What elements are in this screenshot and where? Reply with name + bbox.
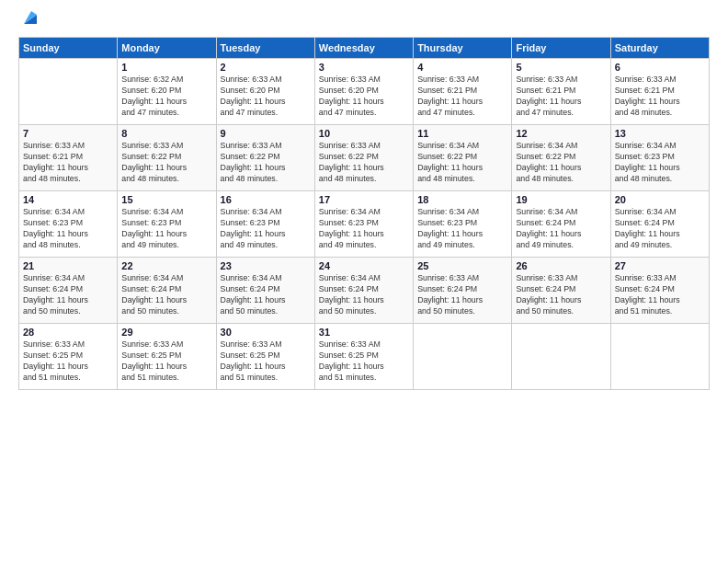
day-number: 7 — [23, 128, 113, 139]
day-info: Sunrise: 6:33 AM Sunset: 6:22 PM Dayligh… — [319, 141, 409, 185]
day-number: 19 — [516, 194, 606, 205]
calendar-cell: 21Sunrise: 6:34 AM Sunset: 6:24 PM Dayli… — [19, 258, 118, 324]
day-info: Sunrise: 6:33 AM Sunset: 6:20 PM Dayligh… — [221, 75, 311, 119]
calendar-header-row: SundayMondayTuesdayWednesdayThursdayFrid… — [19, 38, 710, 59]
day-info: Sunrise: 6:33 AM Sunset: 6:25 PM Dayligh… — [23, 339, 113, 384]
calendar-cell: 3Sunrise: 6:33 AM Sunset: 6:20 PM Daylig… — [314, 59, 413, 125]
calendar-week-4: 21Sunrise: 6:34 AM Sunset: 6:24 PM Dayli… — [19, 258, 710, 324]
day-number: 11 — [417, 128, 507, 139]
day-info: Sunrise: 6:33 AM Sunset: 6:20 PM Dayligh… — [319, 75, 409, 119]
calendar-cell: 9Sunrise: 6:33 AM Sunset: 6:22 PM Daylig… — [216, 125, 314, 191]
day-number: 30 — [221, 327, 311, 338]
day-number: 15 — [121, 194, 211, 205]
day-number: 21 — [23, 260, 113, 271]
day-info: Sunrise: 6:34 AM Sunset: 6:23 PM Dayligh… — [319, 207, 409, 251]
calendar-header-monday: Monday — [118, 38, 216, 59]
calendar-header-wednesday: Wednesday — [314, 38, 413, 59]
calendar-cell — [414, 324, 512, 390]
calendar-cell: 23Sunrise: 6:34 AM Sunset: 6:24 PM Dayli… — [216, 258, 314, 324]
day-number: 28 — [23, 327, 113, 338]
day-info: Sunrise: 6:34 AM Sunset: 6:23 PM Dayligh… — [23, 207, 113, 251]
calendar-header-friday: Friday — [512, 38, 610, 59]
calendar-cell: 15Sunrise: 6:34 AM Sunset: 6:23 PM Dayli… — [118, 191, 216, 258]
calendar-header-thursday: Thursday — [414, 38, 512, 59]
calendar-table: SundayMondayTuesdayWednesdayThursdayFrid… — [18, 37, 710, 390]
day-info: Sunrise: 6:33 AM Sunset: 6:21 PM Dayligh… — [23, 141, 113, 185]
calendar-cell: 11Sunrise: 6:34 AM Sunset: 6:22 PM Dayli… — [414, 125, 512, 191]
calendar-week-3: 14Sunrise: 6:34 AM Sunset: 6:23 PM Dayli… — [19, 191, 710, 258]
day-number: 13 — [615, 128, 705, 139]
calendar-cell: 1Sunrise: 6:32 AM Sunset: 6:20 PM Daylig… — [118, 59, 216, 125]
day-number: 8 — [121, 128, 211, 139]
day-info: Sunrise: 6:34 AM Sunset: 6:23 PM Dayligh… — [615, 141, 705, 185]
calendar-cell: 12Sunrise: 6:34 AM Sunset: 6:22 PM Dayli… — [512, 125, 610, 191]
calendar-cell: 10Sunrise: 6:33 AM Sunset: 6:22 PM Dayli… — [314, 125, 413, 191]
day-number: 16 — [221, 194, 311, 205]
calendar-cell — [19, 59, 118, 125]
day-number: 26 — [516, 260, 606, 271]
calendar-cell: 24Sunrise: 6:34 AM Sunset: 6:24 PM Dayli… — [314, 258, 413, 324]
calendar-cell: 5Sunrise: 6:33 AM Sunset: 6:21 PM Daylig… — [512, 59, 610, 125]
day-number: 14 — [23, 194, 113, 205]
calendar-cell: 27Sunrise: 6:33 AM Sunset: 6:24 PM Dayli… — [610, 258, 709, 324]
day-info: Sunrise: 6:33 AM Sunset: 6:25 PM Dayligh… — [221, 339, 311, 384]
calendar-header-tuesday: Tuesday — [216, 38, 314, 59]
day-number: 25 — [417, 260, 507, 271]
calendar-cell — [610, 324, 709, 390]
day-number: 12 — [516, 128, 606, 139]
day-number: 3 — [319, 62, 409, 73]
calendar-cell: 18Sunrise: 6:34 AM Sunset: 6:23 PM Dayli… — [414, 191, 512, 258]
day-info: Sunrise: 6:34 AM Sunset: 6:24 PM Dayligh… — [221, 273, 311, 317]
day-info: Sunrise: 6:33 AM Sunset: 6:22 PM Dayligh… — [121, 141, 211, 185]
calendar-cell: 7Sunrise: 6:33 AM Sunset: 6:21 PM Daylig… — [19, 125, 118, 191]
day-info: Sunrise: 6:34 AM Sunset: 6:24 PM Dayligh… — [516, 207, 606, 251]
day-number: 6 — [615, 62, 705, 73]
calendar-week-2: 7Sunrise: 6:33 AM Sunset: 6:21 PM Daylig… — [19, 125, 710, 191]
day-info: Sunrise: 6:34 AM Sunset: 6:22 PM Dayligh… — [516, 141, 606, 185]
calendar-week-5: 28Sunrise: 6:33 AM Sunset: 6:25 PM Dayli… — [19, 324, 710, 390]
logo — [18, 17, 40, 28]
day-number: 24 — [319, 260, 409, 271]
day-info: Sunrise: 6:34 AM Sunset: 6:23 PM Dayligh… — [221, 207, 311, 251]
calendar-page: SundayMondayTuesdayWednesdayThursdayFrid… — [0, 0, 728, 563]
day-info: Sunrise: 6:33 AM Sunset: 6:24 PM Dayligh… — [516, 273, 606, 317]
day-number: 20 — [615, 194, 705, 205]
day-info: Sunrise: 6:33 AM Sunset: 6:21 PM Dayligh… — [417, 75, 507, 119]
calendar-cell: 28Sunrise: 6:33 AM Sunset: 6:25 PM Dayli… — [19, 324, 118, 390]
calendar-cell: 14Sunrise: 6:34 AM Sunset: 6:23 PM Dayli… — [19, 191, 118, 258]
calendar-cell: 13Sunrise: 6:34 AM Sunset: 6:23 PM Dayli… — [610, 125, 709, 191]
day-info: Sunrise: 6:32 AM Sunset: 6:20 PM Dayligh… — [121, 75, 211, 119]
day-info: Sunrise: 6:34 AM Sunset: 6:24 PM Dayligh… — [615, 207, 705, 251]
logo-icon — [20, 7, 40, 28]
calendar-week-1: 1Sunrise: 6:32 AM Sunset: 6:20 PM Daylig… — [19, 59, 710, 125]
day-info: Sunrise: 6:34 AM Sunset: 6:23 PM Dayligh… — [121, 207, 211, 251]
calendar-cell — [512, 324, 610, 390]
day-number: 18 — [417, 194, 507, 205]
page-header — [18, 17, 710, 28]
calendar-cell: 6Sunrise: 6:33 AM Sunset: 6:21 PM Daylig… — [610, 59, 709, 125]
day-number: 31 — [319, 327, 409, 338]
day-number: 5 — [516, 62, 606, 73]
day-info: Sunrise: 6:34 AM Sunset: 6:22 PM Dayligh… — [417, 141, 507, 185]
day-info: Sunrise: 6:34 AM Sunset: 6:23 PM Dayligh… — [417, 207, 507, 251]
calendar-header-saturday: Saturday — [610, 38, 709, 59]
calendar-cell: 25Sunrise: 6:33 AM Sunset: 6:24 PM Dayli… — [414, 258, 512, 324]
day-number: 22 — [121, 260, 211, 271]
day-number: 2 — [221, 62, 311, 73]
calendar-cell: 19Sunrise: 6:34 AM Sunset: 6:24 PM Dayli… — [512, 191, 610, 258]
day-number: 9 — [221, 128, 311, 139]
calendar-header-sunday: Sunday — [19, 38, 118, 59]
calendar-cell: 16Sunrise: 6:34 AM Sunset: 6:23 PM Dayli… — [216, 191, 314, 258]
calendar-cell: 20Sunrise: 6:34 AM Sunset: 6:24 PM Dayli… — [610, 191, 709, 258]
day-number: 17 — [319, 194, 409, 205]
day-info: Sunrise: 6:34 AM Sunset: 6:24 PM Dayligh… — [319, 273, 409, 317]
day-info: Sunrise: 6:34 AM Sunset: 6:24 PM Dayligh… — [23, 273, 113, 317]
day-number: 23 — [221, 260, 311, 271]
day-info: Sunrise: 6:34 AM Sunset: 6:24 PM Dayligh… — [121, 273, 211, 317]
day-info: Sunrise: 6:33 AM Sunset: 6:24 PM Dayligh… — [615, 273, 705, 317]
day-info: Sunrise: 6:33 AM Sunset: 6:25 PM Dayligh… — [121, 339, 211, 384]
calendar-cell: 22Sunrise: 6:34 AM Sunset: 6:24 PM Dayli… — [118, 258, 216, 324]
day-info: Sunrise: 6:33 AM Sunset: 6:21 PM Dayligh… — [615, 75, 705, 119]
calendar-cell: 26Sunrise: 6:33 AM Sunset: 6:24 PM Dayli… — [512, 258, 610, 324]
day-info: Sunrise: 6:33 AM Sunset: 6:24 PM Dayligh… — [417, 273, 507, 317]
